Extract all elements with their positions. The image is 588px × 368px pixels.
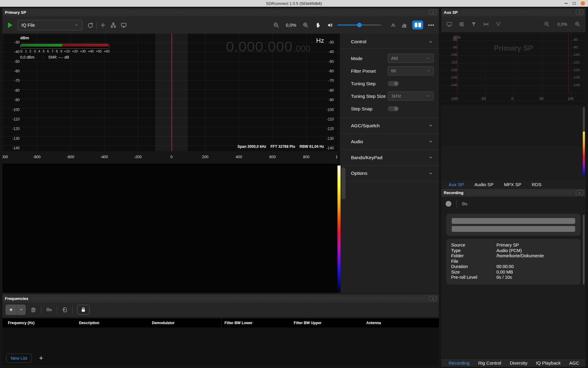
aux-zoom-in-button[interactable]: [575, 21, 581, 27]
frequency-settings-button[interactable]: ⚙⚙: [46, 307, 52, 312]
frequency-tick: 0: [511, 97, 514, 101]
tuning-step-size-select[interactable]: 1kHz: [388, 91, 434, 101]
title-bar[interactable]: SDRconnect 1.0.5 (583e89db6): [0, 0, 588, 7]
refresh-button[interactable]: [87, 22, 93, 28]
tab-agc[interactable]: AGC: [569, 360, 579, 366]
step-display-button[interactable]: [390, 22, 396, 28]
frequency-display[interactable]: 0.000.000 .000: [226, 38, 311, 55]
primary-sp-collapse-button[interactable]: [429, 10, 436, 15]
recording-field-row: Pre-roll Level 0s / 10s: [451, 275, 576, 280]
db-tick: -90: [14, 98, 20, 102]
volume-icon[interactable]: [327, 22, 333, 28]
section-bands-keypad[interactable]: Bands/KeyPad: [340, 149, 439, 165]
record-settings-button[interactable]: ⚙⚙: [462, 201, 468, 206]
aux-gradient-bar: [583, 132, 585, 176]
field-value: 00:00:00: [496, 264, 576, 270]
favorites-split-button[interactable]: ★: [6, 305, 26, 315]
level-bar: [452, 226, 575, 232]
section-control[interactable]: Control: [340, 34, 439, 49]
split-view-button[interactable]: [412, 21, 423, 29]
section-audio[interactable]: Audio: [340, 133, 439, 149]
delete-frequency-button[interactable]: [30, 307, 36, 313]
aux-spectrum-display[interactable]: dBm Primary SP -80-90-100-110-120-130-14…: [441, 32, 586, 105]
maximize-button[interactable]: [573, 2, 576, 5]
window-buttons: [564, 0, 585, 7]
db-tick: -110: [450, 60, 457, 64]
tab-audio-sp[interactable]: Audio SP: [474, 182, 494, 187]
aux-scrollbar-thumb[interactable]: [583, 107, 585, 132]
panel-drag-handle[interactable]: [462, 11, 572, 14]
volume-slider-thumb[interactable]: [357, 23, 362, 27]
pan-button[interactable]: [315, 22, 321, 28]
trash-icon: [30, 307, 36, 313]
section-agc-squelch[interactable]: AGC/Squelch: [340, 117, 439, 133]
frequency-digits[interactable]: 0.000.000: [226, 38, 292, 55]
toolbar-divider: [41, 306, 41, 314]
add-list-button[interactable]: +: [39, 354, 43, 362]
frequency-digits-small[interactable]: .000: [293, 44, 311, 54]
spectrum-view-button[interactable]: [401, 22, 407, 28]
step-snap-toggle[interactable]: [388, 106, 399, 111]
new-list-tab[interactable]: New List: [6, 354, 32, 363]
aux-adjust-button[interactable]: [458, 21, 465, 27]
import-file-icon: [62, 307, 68, 313]
tab-diversity[interactable]: Diversity: [510, 360, 527, 366]
close-button[interactable]: [581, 1, 585, 6]
tab-rds[interactable]: RDS: [532, 182, 541, 187]
column-header[interactable]: Description: [79, 318, 152, 328]
source-select[interactable]: IQ File: [17, 20, 82, 30]
recording-scrollbar[interactable]: [583, 215, 585, 285]
zoom-out-button[interactable]: [273, 22, 279, 28]
tab-mpx-sp[interactable]: MPX SP: [504, 182, 522, 187]
frequencies-collapse-button[interactable]: [429, 296, 436, 301]
recording-info-panel: Source Primary SP Type Audio (PCM) Folde…: [446, 239, 581, 285]
waterfall-display[interactable]: [2, 163, 337, 293]
db-tick: -30: [14, 40, 20, 44]
tab-aux-sp[interactable]: Aux SP: [449, 182, 464, 187]
more-options-button[interactable]: •••: [428, 23, 435, 28]
volume-slider[interactable]: [337, 25, 381, 25]
aux-sp-collapse-button[interactable]: [576, 10, 583, 15]
waterfall-scrollbar[interactable]: [341, 167, 345, 199]
s-meter-tick: +60: [104, 49, 110, 53]
tab-iq-playback[interactable]: IQ Playback: [536, 360, 561, 366]
star-icon[interactable]: ★: [6, 305, 17, 315]
play-button[interactable]: [8, 22, 13, 28]
section-options[interactable]: Options: [340, 165, 439, 181]
display-button[interactable]: [121, 22, 127, 28]
aux-zoom-out-button[interactable]: [544, 21, 550, 27]
filter-preset-select[interactable]: 6K: [388, 66, 434, 75]
mode-select[interactable]: AM: [388, 54, 434, 63]
column-header[interactable]: Antenna: [366, 318, 439, 328]
aux-notch-filter-button[interactable]: [495, 21, 501, 27]
add-button[interactable]: [100, 22, 106, 28]
zoom-in-button[interactable]: [303, 22, 309, 28]
recording-collapse-button[interactable]: [576, 190, 583, 195]
tab-recording[interactable]: Recording: [449, 360, 469, 366]
favorites-dropdown-button[interactable]: [17, 305, 26, 315]
field-label: Type: [451, 248, 496, 254]
network-button[interactable]: [110, 22, 116, 28]
s-meter-tick: 4: [38, 49, 40, 53]
panel-drag-handle[interactable]: [467, 191, 572, 194]
spectrum-display[interactable]: dBm -30-40-50-60-70-80-90-100-110-120-13…: [2, 34, 337, 151]
aux-display-button[interactable]: [446, 21, 452, 27]
record-button[interactable]: [446, 201, 451, 207]
column-header[interactable]: Frequency (Hz): [8, 318, 79, 328]
lock-button[interactable]: [77, 305, 89, 315]
column-header[interactable]: Demodulator: [152, 318, 224, 328]
panel-drag-handle[interactable]: [32, 297, 425, 300]
aux-span-button[interactable]: [483, 21, 489, 27]
aux-db-scale-right: -80-90-100-110-120-130-140: [573, 38, 583, 87]
aux-filter-button[interactable]: [471, 21, 477, 27]
panel-drag-handle[interactable]: [30, 11, 425, 14]
import-export-button[interactable]: [62, 307, 68, 313]
tuning-step-toggle[interactable]: [388, 81, 399, 86]
frequencies-title: Frequencies: [5, 296, 28, 301]
hand-icon: [315, 22, 321, 28]
column-header[interactable]: Filter BW Lower: [221, 318, 294, 328]
tab-rig-control[interactable]: Rig Control: [478, 360, 501, 366]
column-header[interactable]: Filter BW Upper: [294, 318, 366, 328]
minimize-button[interactable]: [564, 3, 568, 4]
aux-waterfall[interactable]: [441, 105, 586, 146]
